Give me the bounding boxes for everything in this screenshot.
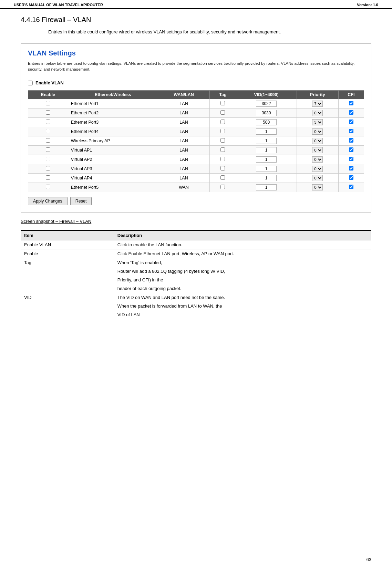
row-enable-checkbox[interactable] [46,138,50,143]
row-tag-checkbox[interactable] [220,147,225,152]
enable-vlan-row: Enable VLAN [28,80,364,85]
vlan-table: Enable Ethernet/Wireless WAN/LAN Tag VID… [28,90,364,192]
row-tag-checkbox[interactable] [220,120,225,124]
col-wan-lan: WAN/LAN [158,91,209,99]
row-wan-lan: LAN [158,118,209,127]
row-vid-input[interactable] [256,156,277,163]
row-wan-lan: WAN [158,183,209,192]
row-wan-lan: LAN [158,155,209,164]
row-wan-lan: LAN [158,127,209,136]
vlan-settings-box: VLAN Settings Entries in below table are… [21,43,371,213]
row-priority-select[interactable]: 01234567 [312,166,323,172]
desc-text: When 'Tag' is enabled, [114,258,371,267]
row-vid-input[interactable] [256,147,277,153]
col-enable: Enable [28,91,68,99]
row-tag-checkbox[interactable] [220,166,225,170]
row-interface: Virtual AP2 [68,155,158,164]
row-interface: Virtual AP4 [68,174,158,183]
row-interface: Wireless Primary AP [68,136,158,146]
desc-item: Enable [21,249,114,258]
row-enable-checkbox[interactable] [46,129,50,133]
page-footer: 63 [367,557,371,562]
row-interface: Ethernet Port3 [68,118,158,127]
row-cfi-checkbox[interactable] [349,101,353,105]
row-interface: Ethernet Port2 [68,108,158,118]
row-enable-checkbox[interactable] [46,101,50,105]
desc-item [21,267,114,276]
desc-item [21,310,114,319]
row-wan-lan: LAN [158,174,209,183]
desc-text: Click Enable Ethernet LAN port, Wireless… [114,249,371,258]
row-enable-checkbox[interactable] [46,185,50,189]
col-tag: Tag [210,91,236,99]
col-interface: Ethernet/Wireless [68,91,158,99]
desc-text: Priority, and CFI) in the [114,276,371,284]
row-vid-input[interactable] [256,110,277,116]
row-tag-checkbox[interactable] [220,129,225,133]
row-enable-checkbox[interactable] [46,175,50,180]
row-priority-select[interactable]: 01234567 [312,175,323,181]
row-cfi-checkbox[interactable] [349,185,353,189]
enable-vlan-checkbox[interactable] [28,81,33,85]
desc-item: Enable VLAN [21,240,114,249]
row-priority-select[interactable]: 01234567 [312,119,323,125]
vlan-box-description: Entries in below table are used to confi… [28,61,364,76]
row-enable-checkbox[interactable] [46,110,50,115]
row-tag-checkbox[interactable] [220,175,225,180]
snapshot-caption: Screen snapshot – Firewall – VLAN [21,219,371,224]
row-tag-checkbox[interactable] [220,110,225,115]
desc-text: Click to enable the LAN function. [114,240,371,249]
desc-text: The VID on WAN and LAN port need not be … [114,293,371,302]
row-interface: Virtual AP3 [68,164,158,174]
enable-vlan-label: Enable VLAN [35,80,64,85]
button-row: Apply Changes Reset [28,197,364,205]
row-cfi-checkbox[interactable] [349,129,353,133]
row-vid-input[interactable] [256,166,277,172]
row-vid-input[interactable] [256,119,277,125]
desc-text: When the packet is forwarded from LAN to… [114,302,371,310]
row-tag-checkbox[interactable] [220,101,225,105]
row-vid-input[interactable] [256,175,277,181]
row-priority-select[interactable]: 01234567 [312,156,323,163]
row-cfi-checkbox[interactable] [349,157,353,161]
row-vid-input[interactable] [256,138,277,144]
row-priority-select[interactable]: 01234567 [312,138,323,144]
row-priority-select[interactable]: 01234567 [312,184,323,190]
desc-col2-header: Description [114,230,371,240]
row-tag-checkbox[interactable] [220,157,225,161]
row-interface: Virtual AP1 [68,146,158,155]
row-priority-select[interactable]: 01234567 [312,147,323,153]
row-tag-checkbox[interactable] [220,138,225,143]
row-cfi-checkbox[interactable] [349,166,353,170]
row-wan-lan: LAN [158,99,209,108]
row-wan-lan: LAN [158,146,209,155]
row-vid-input[interactable] [256,101,277,107]
row-cfi-checkbox[interactable] [349,147,353,152]
row-wan-lan: LAN [158,136,209,146]
row-interface: Ethernet Port1 [68,99,158,108]
row-vid-input[interactable] [256,128,277,135]
row-enable-checkbox[interactable] [46,157,50,161]
row-enable-checkbox[interactable] [46,147,50,152]
row-enable-checkbox[interactable] [46,166,50,170]
row-cfi-checkbox[interactable] [349,138,353,143]
col-priority: Priority [297,91,338,99]
row-wan-lan: LAN [158,164,209,174]
row-cfi-checkbox[interactable] [349,110,353,115]
desc-item [21,302,114,310]
desc-item [21,284,114,293]
row-vid-input[interactable] [256,184,277,190]
section-intro: Entries in this table could configure wi… [48,29,371,36]
reset-button[interactable]: Reset [70,197,92,205]
desc-text: Router will add a 802.1Q tagging (4 byte… [114,267,371,276]
row-cfi-checkbox[interactable] [349,120,353,124]
row-priority-select[interactable]: 01234567 [312,110,323,116]
row-priority-select[interactable]: 01234567 [312,101,323,107]
row-enable-checkbox[interactable] [46,120,50,124]
row-cfi-checkbox[interactable] [349,175,353,180]
desc-text: header of each outgoing packet. [114,284,371,293]
row-tag-checkbox[interactable] [220,185,225,189]
apply-changes-button[interactable]: Apply Changes [28,197,68,205]
row-priority-select[interactable]: 01234567 [312,128,323,135]
header-left: USER'S MANUAL OF WLAN TRAVEL AP/ROUTER [14,3,103,7]
